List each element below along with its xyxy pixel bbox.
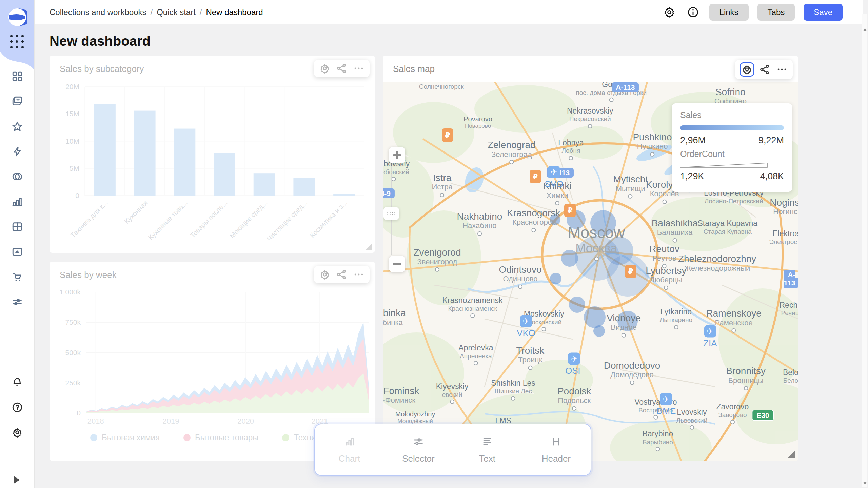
- svg-text:Товары после...: Товары после...: [189, 199, 229, 239]
- svg-text:2019: 2019: [162, 417, 179, 425]
- map-data-bubble[interactable]: [569, 297, 585, 313]
- map-data-bubble[interactable]: [550, 273, 561, 284]
- sidebar-notifications-bell-icon[interactable]: [11, 376, 24, 389]
- breadcrumb-collections[interactable]: Collections and workbooks: [50, 7, 146, 17]
- svg-text:250k: 250k: [65, 379, 81, 387]
- breadcrumb-separator: /: [200, 7, 202, 17]
- map-city-label: KrasnoznamenskКраснознаменск: [442, 296, 503, 318]
- widget-title: Sales map: [393, 64, 435, 74]
- resize-handle[interactable]: [366, 243, 372, 250]
- tabs-button[interactable]: Tabs: [757, 4, 795, 21]
- map-city-label: NakhabinoНахабино: [457, 211, 502, 236]
- panel-item-label: Text: [479, 453, 495, 464]
- map-city-label: LobnyaЛобня: [558, 138, 584, 160]
- widget-settings-gear-icon[interactable]: [740, 62, 754, 77]
- airport-badge: ✈OSF: [565, 352, 583, 376]
- panel-add-chart-button[interactable]: Chart: [315, 436, 384, 464]
- sidebar-settings-gear-icon[interactable]: [11, 426, 24, 439]
- datalens-logo[interactable]: [7, 7, 27, 27]
- map-zoom-out-button[interactable]: [389, 256, 405, 272]
- map-city-label: Kiyevskiyевский: [436, 382, 469, 404]
- map-area[interactable]: СолнечногорскGorkiпос. дома отдыха Горки…: [383, 82, 798, 461]
- breadcrumb-quick-start[interactable]: Quick start: [157, 7, 196, 17]
- map-city-label: MolodyozhnyМолодёжный: [395, 410, 435, 424]
- road-badge: E30: [752, 411, 774, 420]
- legend-item[interactable]: Бытовая химия: [90, 433, 160, 442]
- dashboard-canvas: New dashboard Sales by subcategory 05M10…: [35, 24, 863, 488]
- panel-add-selector-button[interactable]: Selector: [384, 436, 453, 464]
- legend-label: Бытовая химия: [102, 433, 160, 442]
- widget-links-icon[interactable]: [336, 268, 348, 281]
- map-city-label: Staraya KupavnaСтарая Купавна: [698, 219, 757, 235]
- orders-max-value: 4,08K: [760, 171, 784, 182]
- legend-item[interactable]: Бытовые товары: [183, 433, 259, 442]
- sidebar-item-connections-icon[interactable]: [11, 170, 24, 183]
- sidebar-item-favorites-icon[interactable]: [11, 120, 24, 133]
- widget-menu-ellipsis-icon[interactable]: [353, 62, 365, 75]
- panel-add-header-button[interactable]: Header: [522, 436, 591, 464]
- map-city-label: PovarovoПоварово: [463, 115, 492, 129]
- sidebar-help-icon[interactable]: [11, 401, 24, 414]
- svg-text:Техника для к...: Техника для к...: [69, 199, 109, 239]
- map-city-label: PodolskПодольск: [557, 386, 591, 411]
- widget-sales-by-subcategory[interactable]: Sales by subcategory 05M10M15M20MТехника…: [50, 56, 375, 253]
- sidebar-item-quick-actions-icon[interactable]: [11, 145, 24, 158]
- map-data-bubble[interactable]: [584, 306, 606, 328]
- svg-text:Кухонная: Кухонная: [123, 199, 149, 225]
- map-city-label: BarybinoБарыбино: [643, 430, 673, 451]
- airplane-icon: ✈: [660, 393, 672, 405]
- map-city-label: ZavorovoЗаворово: [716, 403, 749, 424]
- svg-text:0: 0: [77, 409, 81, 417]
- map-zoom-in-button[interactable]: [389, 147, 405, 163]
- settings-gear-icon[interactable]: [662, 5, 677, 20]
- breadcrumb-separator: /: [150, 7, 153, 17]
- sidebar-nav: [0, 70, 34, 308]
- sidebar-item-charts-icon[interactable]: [11, 195, 24, 208]
- scroll-down-arrow-icon[interactable]: [863, 482, 867, 485]
- links-button[interactable]: Links: [709, 4, 749, 21]
- widget-settings-gear-icon[interactable]: [319, 268, 331, 281]
- road-badge: M-9: [383, 189, 395, 198]
- svg-text:10M: 10M: [65, 137, 79, 145]
- widget-links-icon[interactable]: [336, 62, 348, 75]
- selector-icon: [413, 436, 424, 449]
- area-chart-legend: Бытовая химияБытовые товарыТехника для: [90, 433, 340, 442]
- map-data-bubble[interactable]: [593, 325, 605, 337]
- save-button[interactable]: Save: [804, 4, 843, 21]
- sidebar-item-marketplace-icon[interactable]: [11, 270, 24, 283]
- sidebar-expand-button[interactable]: [0, 471, 34, 488]
- resize-handle[interactable]: [788, 451, 795, 458]
- page-scrollbar[interactable]: [862, 14, 867, 487]
- sidebar-item-storage-icon[interactable]: [11, 245, 24, 258]
- map-zoom-slider-handle[interactable]: [383, 207, 399, 220]
- apps-grid-icon[interactable]: [10, 35, 24, 49]
- svg-text:2020: 2020: [237, 417, 254, 425]
- toll-road-ruble-icon: ₽: [442, 128, 453, 142]
- svg-text:500k: 500k: [65, 349, 81, 357]
- sidebar-item-service-settings-icon[interactable]: [11, 296, 24, 308]
- chart-icon: [344, 436, 355, 449]
- widget-sales-map[interactable]: Sales map: [383, 56, 798, 461]
- scroll-up-arrow-icon[interactable]: [863, 28, 867, 31]
- widget-menu-ellipsis-icon[interactable]: [776, 63, 788, 76]
- airport-badge: ✈ZIA: [703, 325, 717, 349]
- widget-actions: [314, 266, 370, 283]
- app-window: Collections and workbooks / Quick start …: [0, 0, 868, 488]
- plus-icon: [393, 154, 401, 156]
- widget-settings-gear-icon[interactable]: [319, 62, 331, 75]
- minus-icon: [393, 263, 401, 265]
- sidebar-item-dashboards-icon[interactable]: [11, 220, 24, 233]
- map-city-label: aro-Fominskаро-Фоминск: [383, 386, 419, 405]
- sales-max-value: 9,22M: [758, 135, 784, 146]
- airplane-icon: ✈: [704, 325, 716, 338]
- info-icon[interactable]: [686, 5, 701, 20]
- widget-menu-ellipsis-icon[interactable]: [353, 268, 365, 281]
- orders-min-value: 1,29K: [680, 171, 704, 182]
- sidebar-item-navigation-icon[interactable]: [11, 70, 24, 83]
- map-city-label: IstraИстра: [432, 172, 452, 197]
- sidebar-item-collections-icon[interactable]: [11, 95, 24, 108]
- map-city-label: ZheleznodorozhnyЖелезнодорожный: [678, 253, 756, 272]
- panel-add-text-button[interactable]: Text: [453, 436, 522, 464]
- widget-links-icon[interactable]: [759, 63, 771, 76]
- map-city-label: TroitskТроицк: [516, 345, 544, 370]
